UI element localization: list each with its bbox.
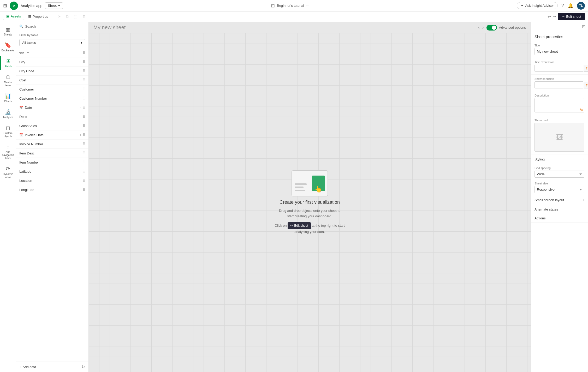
- field-drag-handle[interactable]: ⠿: [83, 160, 85, 164]
- edit-sheet-button[interactable]: ✏ Edit sheet: [558, 13, 585, 20]
- tab-properties[interactable]: ☰ Properties: [25, 13, 51, 20]
- field-item[interactable]: Cost ⠿: [16, 76, 88, 85]
- insight-advisor-button[interactable]: ✦ Ask Insight Advisor: [517, 2, 558, 9]
- more-options-icon[interactable]: ···: [306, 4, 309, 8]
- sidebar-item-dynamic-views[interactable]: ⟳ Dynamic views: [0, 164, 16, 181]
- bell-icon[interactable]: 🔔: [568, 3, 573, 9]
- next-sheet-button[interactable]: ›: [482, 25, 484, 30]
- actions-row[interactable]: Actions: [531, 214, 588, 223]
- field-item[interactable]: Longitude ⠿: [16, 185, 88, 194]
- field-item[interactable]: 📅 Invoice Date › ⠿: [16, 130, 88, 140]
- field-drag-handle[interactable]: ⠿: [83, 151, 85, 155]
- canvas-area: My new sheet ‹ › Advanced options: [89, 22, 531, 372]
- field-drag-handle[interactable]: ⠿: [83, 178, 85, 183]
- sheet-title: My new sheet: [93, 25, 126, 31]
- help-icon[interactable]: ?: [561, 3, 564, 8]
- field-drag-handle[interactable]: ⠿: [83, 169, 85, 173]
- assets-label: Assets: [11, 14, 21, 18]
- field-drag-handle[interactable]: ⠿: [83, 133, 85, 137]
- sidebar-item-label: Sheets: [4, 33, 12, 36]
- field-item[interactable]: Latitude ⠿: [16, 167, 88, 176]
- prev-sheet-button[interactable]: ‹: [478, 25, 480, 30]
- thumbnail-picker[interactable]: 🖼: [534, 123, 584, 152]
- title-input[interactable]: [534, 48, 584, 55]
- field-drag-handle[interactable]: ⠿: [83, 96, 85, 100]
- copy-button[interactable]: ⧉: [65, 13, 70, 20]
- field-item[interactable]: City Code ⠿: [16, 67, 88, 76]
- top-nav: ⊞ Q Analytics app Sheet ▾ ⊡ Beginner's t…: [0, 0, 588, 11]
- delete-button[interactable]: 🗑: [81, 13, 88, 20]
- panel-collapse-icon[interactable]: ⊡: [582, 24, 585, 29]
- field-item[interactable]: %KEY ⠿: [16, 48, 88, 57]
- svg-text:Q: Q: [13, 4, 15, 7]
- fx-button-desc[interactable]: ƒx: [579, 108, 583, 112]
- field-item[interactable]: Customer ⠿: [16, 85, 88, 94]
- title-label: Title: [534, 44, 584, 47]
- advanced-options-toggle[interactable]: [486, 25, 497, 31]
- sparkle-icon: ✦: [521, 4, 524, 8]
- add-data-button[interactable]: + Add data: [20, 365, 36, 369]
- app-grid-icon[interactable]: ⊞: [3, 3, 7, 9]
- field-drag-handle[interactable]: ⠿: [83, 60, 85, 64]
- title-expression-input[interactable]: [534, 65, 583, 72]
- fx-button[interactable]: ƒx: [584, 65, 588, 72]
- sheet-dropdown[interactable]: Sheet ▾: [45, 2, 63, 9]
- canvas-grid[interactable]: 👆 Create your first visualization Drag a…: [89, 33, 531, 372]
- field-drag-handle[interactable]: ⠿: [83, 69, 85, 73]
- expand-icon[interactable]: ›: [80, 106, 81, 109]
- styling-row[interactable]: Styling ›: [531, 154, 588, 164]
- field-drag-handle[interactable]: ⠿: [83, 87, 85, 91]
- field-item[interactable]: City ⠿: [16, 57, 88, 67]
- sidebar-item-custom-objects[interactable]: ◻ Custom objects: [0, 123, 16, 140]
- field-item[interactable]: Item Desc ⠿: [16, 149, 88, 158]
- sidebar-item-app-nav[interactable]: ↕ App navigation links: [0, 142, 16, 162]
- sidebar-item-sheets[interactable]: ▦ Sheets: [0, 24, 16, 38]
- calendar-icon: 📅: [19, 106, 23, 109]
- description-input[interactable]: [534, 98, 584, 112]
- field-drag-handle[interactable]: ⠿: [83, 142, 85, 146]
- grid-spacing-select[interactable]: Wide Medium Narrow: [534, 171, 584, 178]
- undo-button[interactable]: ↩: [548, 14, 551, 19]
- sidebar-item-master-items[interactable]: ⬡ Master items: [0, 72, 16, 89]
- refresh-button[interactable]: ↻: [81, 364, 85, 369]
- field-drag-handle[interactable]: ⠿: [83, 115, 85, 119]
- sidebar-item-bookmarks[interactable]: 🔖 Bookmarks: [0, 40, 16, 54]
- viz-illustration: 👆: [292, 170, 328, 196]
- field-name: Item Desc: [19, 151, 35, 155]
- sidebar-item-fields[interactable]: ⊞ Fields: [0, 56, 16, 70]
- sidebar-item-analyses[interactable]: 🔬 Analyses: [0, 107, 16, 121]
- sheet-size-select[interactable]: Responsive Fixed: [534, 186, 584, 193]
- avatar[interactable]: TL: [577, 2, 585, 10]
- title-field: Title: [531, 41, 588, 58]
- fx-button[interactable]: ƒx: [584, 82, 588, 88]
- table-filter-dropdown[interactable]: All tables ▾: [19, 39, 85, 46]
- field-item[interactable]: GrossSales ⠿: [16, 121, 88, 130]
- field-name: Latitude: [19, 170, 31, 173]
- field-drag-handle[interactable]: ⠿: [83, 105, 85, 110]
- field-item[interactable]: Desc ⠿: [16, 112, 88, 121]
- tab-assets[interactable]: ▣ Assets: [3, 13, 24, 20]
- sidebar-item-label: Charts: [4, 100, 12, 103]
- alternate-states-row[interactable]: Alternate states: [531, 205, 588, 214]
- field-drag-handle[interactable]: ⠿: [83, 124, 85, 128]
- field-item[interactable]: Location ⠿: [16, 176, 88, 185]
- field-drag-handle[interactable]: ⠿: [83, 51, 85, 55]
- field-item[interactable]: Invoice Number ⠿: [16, 140, 88, 149]
- expand-icon[interactable]: ›: [80, 133, 81, 137]
- field-item[interactable]: Customer Number ⠿: [16, 94, 88, 103]
- search-input[interactable]: [25, 25, 85, 28]
- paste-button[interactable]: ⬚: [72, 13, 79, 20]
- field-drag-handle[interactable]: ⠿: [83, 78, 85, 82]
- redo-button[interactable]: ↪: [553, 14, 556, 19]
- canvas-header: My new sheet ‹ › Advanced options: [89, 22, 531, 33]
- image-icon: 🖼: [556, 133, 563, 142]
- description-field: Description ƒx: [531, 91, 588, 116]
- cut-button[interactable]: ✂: [57, 13, 63, 20]
- field-drag-handle[interactable]: ⠿: [83, 188, 85, 192]
- field-item[interactable]: Item Number ⠿: [16, 158, 88, 167]
- field-item[interactable]: 📅 Date › ⠿: [16, 103, 88, 112]
- sidebar-item-label: App navigation links: [1, 151, 15, 160]
- show-condition-input[interactable]: [534, 81, 583, 88]
- small-screen-row[interactable]: Small screen layout ›: [531, 195, 588, 205]
- sidebar-item-charts[interactable]: 📊 Charts: [0, 91, 16, 105]
